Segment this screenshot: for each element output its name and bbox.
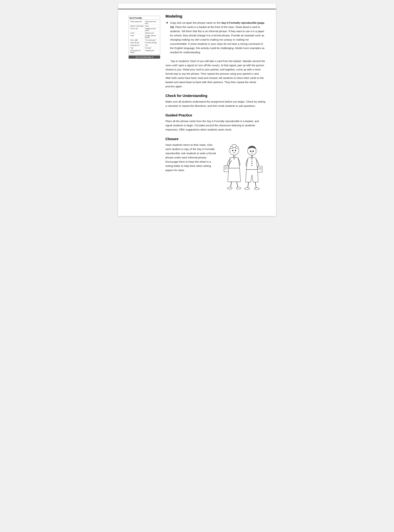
phrase-card-caption: Say It Formally Page 16 xyxy=(129,55,160,59)
phrase-card-row: "Don't leave me hangin'""Totally gross" xyxy=(130,49,159,53)
students-illustration-svg xyxy=(220,141,265,190)
guided-practice-heading: Guided Practice xyxy=(166,113,265,117)
svg-point-32 xyxy=(245,188,249,190)
closure-text: Have students return to their seats. Giv… xyxy=(166,143,216,175)
phrase-card-row: "Yep""No way!" xyxy=(130,47,159,49)
phrase-card-cell: "No way!" xyxy=(145,47,160,49)
modeling-p2-italic: Say to students: Each of you will take a… xyxy=(166,59,265,88)
svg-line-31 xyxy=(255,182,256,188)
phrase-card-cell: "Sportin' some bling" xyxy=(130,25,145,27)
phrase-card-row: "Fixin' to go""Making my skin crawl!" xyxy=(130,27,159,32)
modeling-bullet: ◄ Copy and cut apart the phrase cards on… xyxy=(166,21,265,57)
phrase-card-row: "If that ain't so""OK" xyxy=(130,44,159,47)
phrase-card-row: "Cool""Hangin' with my friends" xyxy=(130,34,159,39)
svg-point-16 xyxy=(236,187,241,189)
modeling-p1-italic1: making my skin crawl xyxy=(181,38,207,41)
phrase-card-cell: "Like, really" xyxy=(130,39,145,41)
phrase-card-cell: "Making my skin crawl!" xyxy=(145,27,160,32)
svg-point-3 xyxy=(235,146,238,149)
bullet-arrow-icon: ◄ xyxy=(166,21,168,57)
phrase-card-row: "I ain't""Betcha can't" xyxy=(130,32,159,34)
phrase-card-cell: "OK" xyxy=(145,44,160,47)
svg-point-15 xyxy=(227,187,232,189)
phrase-card-rows: "That's awesome!""That movie was sick!""… xyxy=(130,20,159,53)
phrase-card-row: "That's awesome!""That movie was sick!" xyxy=(130,20,159,25)
phrase-card-cell: "Fixin' to go" xyxy=(130,27,145,32)
svg-point-24 xyxy=(252,163,252,164)
phrase-card-cell: "I ain't" xyxy=(130,32,145,34)
modeling-p1-italic2: making me uneasy xyxy=(210,38,232,41)
modeling-p1-to: to xyxy=(207,38,210,41)
svg-point-2 xyxy=(230,146,233,149)
svg-rect-26 xyxy=(258,166,262,172)
modeling-heading: Modeling xyxy=(166,14,265,19)
phrase-card-cell: "Yep" xyxy=(130,47,145,49)
left-sidebar: Say It Formally "That's awesome!""That m… xyxy=(129,16,160,191)
main-content: Modeling ◄ Copy and cut apart the phrase… xyxy=(166,14,265,191)
svg-rect-9 xyxy=(224,166,229,172)
modeling-paragraph-1: Copy and cut apart the phrase cards on t… xyxy=(170,21,265,54)
closure-layout: Have students return to their seats. Giv… xyxy=(166,143,265,191)
phrase-card-cell: "Hey!" xyxy=(145,25,160,27)
svg-point-33 xyxy=(254,188,259,190)
phrase-card-row: "Sportin' some bling""Hey!" xyxy=(130,25,159,27)
svg-point-20 xyxy=(255,150,257,152)
svg-point-23 xyxy=(252,161,252,162)
svg-point-18 xyxy=(250,151,251,152)
modeling-p1-before: Copy and cut apart the phrase cards on t… xyxy=(170,21,221,24)
phrase-card-cell: "He went missing" xyxy=(145,42,160,44)
check-understanding-heading: Check for Understanding xyxy=(166,94,265,98)
svg-point-19 xyxy=(253,151,254,152)
phrase-card-cell: "That's awesome!" xyxy=(130,20,145,25)
content-layout: Say It Formally "That's awesome!""That m… xyxy=(129,14,265,191)
svg-line-13 xyxy=(230,182,232,188)
guided-practice-paragraph: Place all the phrase cards from the Say … xyxy=(166,119,265,132)
phrase-card-image: Say It Formally "That's awesome!""That m… xyxy=(129,16,160,55)
phrase-card-cell: "Cool" xyxy=(130,34,145,39)
phrase-card-cell: "You wanna go?" xyxy=(145,39,160,41)
phrase-card-row: "Over the top""He went missing" xyxy=(130,42,159,44)
svg-line-30 xyxy=(248,182,249,188)
svg-point-6 xyxy=(229,150,230,152)
phrase-card-cell: "Hangin' with my friends" xyxy=(145,34,160,39)
phrase-card-cell: "Over the top" xyxy=(130,42,145,44)
page: Say It Formally "That's awesome!""That m… xyxy=(118,4,276,216)
svg-line-14 xyxy=(237,182,238,188)
closure-paragraph: Have students return to their seats. Giv… xyxy=(166,143,216,172)
svg-point-5 xyxy=(235,150,236,151)
phrase-card-cell: "If that ain't so" xyxy=(130,44,145,47)
svg-point-25 xyxy=(252,165,252,166)
phrase-card-title: Say It Formally xyxy=(130,17,159,20)
check-understanding-paragraph: Make sure all students understand the as… xyxy=(166,100,265,108)
phrase-card-cell: "Betcha can't" xyxy=(145,32,160,34)
top-border-line xyxy=(118,9,276,9)
modeling-paragraph-2: Say to students: Each of you will take a… xyxy=(166,59,265,89)
phrase-card-cell: "That movie was sick!" xyxy=(145,20,160,25)
modeling-p1-or: or xyxy=(232,38,236,41)
svg-point-4 xyxy=(232,150,233,151)
phrase-card-row: "Like, really""You wanna go?" xyxy=(130,39,159,42)
closure-heading: Closure xyxy=(166,137,265,141)
phrase-card-cell: "Totally gross" xyxy=(145,49,160,53)
phrase-card-cell: "Don't leave me hangin'" xyxy=(130,49,145,53)
closure-illustration xyxy=(220,141,265,191)
